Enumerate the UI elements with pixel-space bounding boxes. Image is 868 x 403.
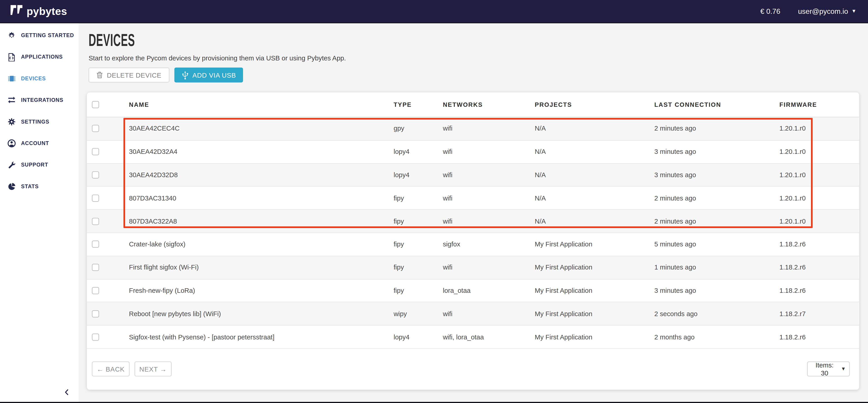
add-via-usb-label: ADD VIA USB bbox=[192, 71, 236, 79]
cell-networks: lora_otaa bbox=[443, 279, 470, 302]
row-checkbox[interactable] bbox=[92, 264, 99, 271]
row-checkbox[interactable] bbox=[92, 241, 99, 248]
device-row[interactable]: Fresh-new-fipy (LoRa)fipylora_otaaMy Fir… bbox=[87, 279, 859, 302]
cell-networks: wifi, lora_otaa bbox=[443, 326, 484, 348]
row-checkbox[interactable] bbox=[92, 310, 99, 317]
cell-firmware: 1.18.2.r6 bbox=[779, 256, 806, 279]
cell-firmware: 1.18.2.r6 bbox=[779, 326, 806, 348]
balance-amount: € 0.76 bbox=[760, 7, 780, 16]
device-row[interactable]: 30AEA42CEC4CgpywifiN/A2 minutes ago1.20.… bbox=[87, 118, 859, 141]
sidebar-item-stats[interactable]: STATS bbox=[0, 176, 79, 197]
sidebar-item-applications[interactable]: APPLICATIONS bbox=[0, 46, 79, 67]
delete-device-button[interactable]: DELETE DEVICE bbox=[89, 67, 169, 82]
cell-type: gpy bbox=[394, 118, 404, 140]
cell-firmware: 1.20.1.r0 bbox=[779, 210, 806, 232]
column-header-projects: PROJECTS bbox=[535, 93, 572, 117]
sidebar: GETTING STARTEDAPPLICATIONSDEVICESINTEGR… bbox=[0, 23, 79, 403]
cell-firmware: 1.20.1.r0 bbox=[779, 164, 806, 186]
cell-networks: wifi bbox=[443, 210, 452, 232]
device-row[interactable]: Crater-lake (sigfox)fipysigfoxMy First A… bbox=[87, 233, 859, 256]
cell-networks: wifi bbox=[443, 187, 452, 209]
cell-last_connection: 3 minutes ago bbox=[654, 164, 696, 186]
row-checkbox[interactable] bbox=[92, 218, 99, 225]
pybytes-logo[interactable]: pybytes bbox=[10, 5, 67, 18]
app-viewport: pybytes € 0.76 user@pycom.io ▼ GETTING S… bbox=[0, 0, 868, 403]
cell-type: fipy bbox=[394, 187, 404, 209]
device-row[interactable]: 807D3AC322A8fipywifiN/A2 minutes ago1.20… bbox=[87, 210, 859, 233]
column-header-type: TYPE bbox=[394, 93, 412, 117]
topbar-right: € 0.76 user@pycom.io ▼ bbox=[760, 7, 868, 16]
cell-networks: wifi bbox=[443, 118, 452, 140]
column-header-networks: NETWORKS bbox=[443, 93, 483, 117]
usb-icon bbox=[181, 71, 188, 80]
items-per-page-label: Items: 30 bbox=[811, 361, 838, 377]
wrench-icon bbox=[6, 160, 16, 169]
cell-projects: My First Application bbox=[535, 279, 592, 302]
cell-name: Crater-lake (sigfox) bbox=[129, 233, 186, 256]
topbar: pybytes € 0.76 user@pycom.io ▼ bbox=[0, 0, 868, 23]
cell-type: lopy4 bbox=[394, 141, 409, 163]
cell-type: lopy4 bbox=[394, 326, 409, 348]
items-per-page-dropdown[interactable]: Items: 30 ▼ bbox=[807, 362, 850, 376]
cell-name: Reboot [new pybytes lib] (WiFi) bbox=[129, 303, 221, 325]
row-checkbox[interactable] bbox=[92, 125, 99, 132]
user-icon bbox=[6, 138, 16, 148]
sidebar-nav: GETTING STARTEDAPPLICATIONSDEVICESINTEGR… bbox=[0, 23, 79, 197]
device-row[interactable]: First flight sigfox (Wi-Fi)fipywifiMy Fi… bbox=[87, 256, 859, 279]
screen: pybytes € 0.76 user@pycom.io ▼ GETTING S… bbox=[0, 0, 868, 403]
cell-firmware: 1.18.2.r7 bbox=[779, 303, 806, 325]
row-checkbox[interactable] bbox=[92, 333, 99, 341]
row-checkbox[interactable] bbox=[92, 287, 99, 294]
cell-projects: N/A bbox=[535, 187, 546, 209]
cell-type: fipy bbox=[394, 256, 404, 279]
main-content: DEVICES Start to explore the Pycom devic… bbox=[79, 23, 868, 403]
device-row[interactable]: 807D3AC31340fipywifiN/A2 minutes ago1.20… bbox=[87, 187, 859, 210]
back-button[interactable]: ← BACK bbox=[92, 362, 129, 376]
cell-type: fipy bbox=[394, 233, 404, 256]
pycom-mark-icon bbox=[10, 5, 23, 18]
row-checkbox[interactable] bbox=[92, 171, 99, 179]
sidebar-item-integrations[interactable]: INTEGRATIONS bbox=[0, 89, 79, 111]
cell-projects: N/A bbox=[535, 141, 546, 163]
sidebar-item-getting-started[interactable]: GETTING STARTED bbox=[0, 25, 79, 46]
cell-last_connection: 3 minutes ago bbox=[654, 279, 696, 302]
device-row[interactable]: 30AEA42D32A4lopy4wifiN/A3 minutes ago1.2… bbox=[87, 141, 859, 164]
cell-type: wipy bbox=[394, 303, 407, 325]
logo-text: pybytes bbox=[27, 5, 67, 18]
next-button[interactable]: NEXT → bbox=[134, 362, 172, 376]
sidebar-item-label: APPLICATIONS bbox=[21, 54, 63, 60]
trash-icon bbox=[96, 71, 103, 79]
sidebar-item-label: GETTING STARTED bbox=[21, 32, 74, 38]
cell-networks: sigfox bbox=[443, 233, 460, 256]
cell-last_connection: 3 minutes ago bbox=[654, 141, 696, 163]
sidebar-item-label: SUPPORT bbox=[21, 161, 48, 168]
table-header-row: NAMETYPENETWORKSPROJECTSLAST CONNECTIONF… bbox=[87, 93, 859, 118]
select-all-checkbox[interactable] bbox=[92, 101, 99, 108]
code-file-icon bbox=[6, 52, 16, 62]
sidebar-item-devices[interactable]: DEVICES bbox=[0, 67, 79, 89]
add-via-usb-button[interactable]: ADD VIA USB bbox=[174, 67, 243, 82]
sidebar-item-settings[interactable]: SETTINGS bbox=[0, 111, 79, 132]
cell-projects: My First Application bbox=[535, 233, 592, 256]
cell-networks: wifi bbox=[443, 141, 452, 163]
sidebar-item-account[interactable]: ACCOUNT bbox=[0, 132, 79, 154]
cell-projects: N/A bbox=[535, 164, 546, 186]
device-row[interactable]: Reboot [new pybytes lib] (WiFi)wipywifiM… bbox=[87, 303, 859, 326]
cell-projects: N/A bbox=[535, 210, 546, 232]
device-row[interactable]: 30AEA42D32D8lopy4wifiN/A3 minutes ago1.2… bbox=[87, 164, 859, 187]
devices-table-card: NAMETYPENETWORKSPROJECTSLAST CONNECTIONF… bbox=[87, 93, 859, 390]
cell-networks: wifi bbox=[443, 303, 452, 325]
row-checkbox[interactable] bbox=[92, 194, 99, 202]
sidebar-item-support[interactable]: SUPPORT bbox=[0, 154, 79, 175]
cell-last_connection: 5 minutes ago bbox=[654, 233, 696, 256]
action-buttons: DELETE DEVICE ADD VIA USB bbox=[89, 67, 243, 82]
user-email: user@pycom.io bbox=[798, 7, 848, 16]
cell-name: First flight sigfox (Wi-Fi) bbox=[129, 256, 199, 279]
cell-name: 30AEA42D32D8 bbox=[129, 164, 178, 186]
device-row[interactable]: Sigfox-test (with Pysense) - [pastoor pe… bbox=[87, 326, 859, 349]
pie-chart-icon bbox=[6, 182, 16, 191]
user-menu[interactable]: user@pycom.io ▼ bbox=[798, 7, 857, 16]
row-checkbox[interactable] bbox=[92, 148, 99, 155]
sidebar-collapse-button[interactable] bbox=[61, 388, 72, 399]
cell-name: 807D3AC322A8 bbox=[129, 210, 177, 232]
